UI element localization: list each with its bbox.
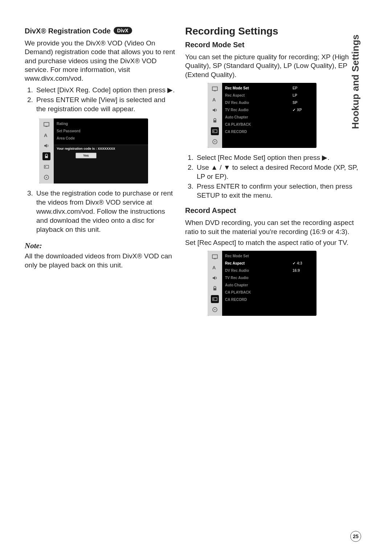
audio-icon [211,106,219,114]
osd-option-selected: XP [291,107,317,114]
svg-text:A: A [44,133,48,138]
osd-option: EP [291,85,317,92]
tv-icon [211,253,219,261]
left-column: DivX® Registration Code DivX We provide … [25,25,175,321]
osd-menu-item: CA RECORD [222,129,291,136]
svg-rect-9 [212,87,217,90]
lock-icon [211,117,219,125]
audio-icon [42,142,50,150]
list-item: Select [DivX Reg. Code] option then pres… [35,85,175,94]
disc-icon [211,306,219,314]
osd-option: 16:9 [291,267,317,275]
osd-menu-item: Rating [54,121,148,128]
svg-marker-21 [213,276,215,280]
svg-rect-18 [212,255,217,258]
svg-marker-12 [213,108,215,112]
svg-rect-19 [214,259,216,259]
osd-menu-item: Auto Chapter [222,282,291,289]
svg-rect-13 [213,120,216,122]
osd-menu-item: Rec Mode Set [222,253,291,260]
rec-aspect-p2: Set [Rec Aspect] to match the aspect rat… [185,238,364,247]
osd-menu-item: Auto Chapter [222,114,291,121]
osd-menu-item: DV Rec Audio [222,267,291,275]
language-icon: A [211,263,219,271]
svg-point-6 [45,166,46,167]
osd-menu-item: CA PLAYBACK [222,121,291,129]
disc-icon [42,173,50,181]
two-column-layout: DivX® Registration Code DivX We provide … [25,25,370,321]
osd-menu-item: Area Code [54,135,148,142]
lock-icon [42,152,50,160]
osd-menu-item: CA PLAYBACK [222,289,291,297]
svg-point-8 [46,177,47,178]
osd-screenshot-recmode: A Rec Mode Set Rec Aspect DV Rec Audio T… [208,83,364,148]
osd-screenshot-divx: A Rating Set Password Area Code [39,118,175,184]
divx-intro: We provide you the DivX® VOD (Video On D… [25,39,175,83]
svg-marker-3 [44,144,47,148]
osd-menu-item: Set Password [54,128,148,135]
tv-icon [42,121,50,129]
language-icon: A [42,131,50,139]
svg-point-15 [213,130,215,132]
osd-menu-item: Rec Aspect [222,260,291,267]
lock-icon [211,285,219,293]
divx-steps-1-2: Select [DivX Reg. Code] option then pres… [25,85,175,113]
list-item: Press ENTER to confirm your selection, t… [195,182,364,200]
svg-point-24 [213,299,215,300]
svg-rect-0 [44,122,49,126]
osd-menu-item: CA RECORD [222,297,291,304]
svg-point-17 [215,141,216,142]
list-item: Select [Rec Mode Set] option then press … [195,153,364,162]
manual-page: Hookup and Settings DivX® Registration C… [0,0,392,552]
osd-option: LP [291,92,317,100]
osd-option: SP [291,100,317,107]
osd-menu-item: TV Rec Audio [222,107,291,114]
record-icon [211,295,219,303]
osd-screenshot-recaspect: A Rec Mode Set Rec Aspect DV Rec Audio T… [208,251,364,316]
list-item: Use the registration code to purchase or… [35,189,175,234]
osd-menu-item: DV Rec Audio [222,100,291,107]
svg-rect-4 [45,156,48,158]
svg-text:A: A [212,265,216,270]
svg-rect-22 [213,288,216,290]
tv-icon [211,85,219,93]
divx-reg-heading: DivX® Registration Code DivX [25,27,175,35]
section-tab: Hookup and Settings [350,35,361,129]
note-label: Note: [25,241,175,250]
right-column: Recording Settings Record Mode Set You c… [185,25,364,321]
rec-aspect-heading: Record Aspect [185,206,364,215]
osd-icon-column: A [208,83,222,148]
osd-menu-item: TV Rec Audio [222,275,291,282]
rec-mode-intro: You can set the picture quality for reco… [185,53,364,79]
divx-reg-heading-text: DivX® Registration Code [25,27,113,35]
list-item: Press ENTER while [View] is selected and… [35,95,175,113]
divx-badge-icon: DivX [114,27,132,34]
osd-option-selected: 4:3 [291,260,317,267]
page-number: 25 [350,531,361,542]
rec-mode-steps: Select [Rec Mode Set] option then press … [185,153,364,200]
osd-menu-item: Rec Aspect [222,92,291,100]
osd-icon-column: A [208,251,222,316]
svg-rect-1 [45,126,48,127]
audio-icon [211,274,219,282]
divx-step-3: Use the registration code to purchase or… [25,189,175,234]
svg-point-26 [215,309,216,310]
svg-text:A: A [212,97,216,102]
svg-rect-10 [214,91,216,91]
osd-yes-button[interactable]: Yes [75,153,97,158]
rec-aspect-p1: When DVD recording, you can set the reco… [185,218,364,236]
record-icon [211,127,219,135]
osd-reg-code-line: Your registration code is : XXXXXXXX [57,147,145,150]
disc-icon [211,138,219,146]
osd-icon-column: A [39,118,54,184]
osd-menu-item: Rec Mode Set [222,85,291,92]
recording-settings-heading: Recording Settings [185,25,364,37]
record-icon [42,163,50,171]
rec-mode-heading: Record Mode Set [185,41,364,49]
list-item: Use ▲ / ▼ to select a desired Record Mod… [195,163,364,181]
language-icon: A [211,96,219,104]
note-body: All the downloaded videos from DivX® VOD… [25,252,175,270]
